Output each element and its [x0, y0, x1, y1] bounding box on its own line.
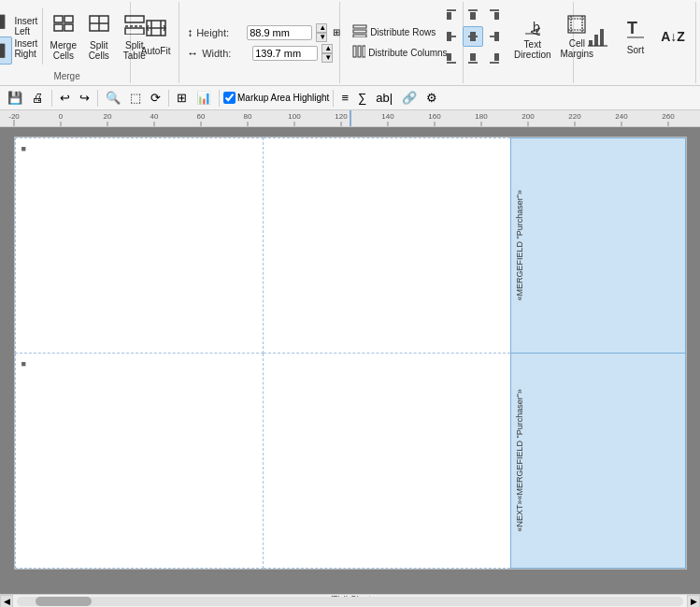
ruler: -20 0 20 40 60 80 100 120 140 160: [0, 110, 700, 127]
scrollbar-thumb[interactable]: [36, 597, 92, 606]
toolbar-extra-1[interactable]: ≡: [337, 89, 352, 107]
svg-rect-23: [470, 12, 476, 20]
cell-r2c1[interactable]: ■: [15, 354, 263, 569]
insert-left-label: Insert Left: [14, 16, 38, 36]
horizontal-scrollbar[interactable]: ◀ ▶: [0, 594, 700, 607]
align-bottom-left-button[interactable]: [441, 48, 462, 68]
distribute-rows-icon: [352, 24, 367, 40]
ruler-content: -20 0 20 40 60 80 100 120 140 160: [0, 110, 700, 126]
toolbar-refresh-button[interactable]: ⟳: [147, 89, 164, 107]
autofit-icon: [144, 16, 168, 44]
split-cells-button[interactable]: SplitCells: [82, 7, 116, 66]
toolbar-print-button[interactable]: 🖨: [28, 89, 48, 107]
text-label: Sort: [627, 45, 644, 55]
doc-scroll-inner: ■ «MERGEFIELD "Purchaser"» ■: [0, 127, 700, 579]
svg-rect-2: [54, 24, 63, 31]
cell-r1c3[interactable]: «MERGEFIELD "Purchaser"»: [511, 138, 685, 354]
split-cells-icon: [88, 12, 110, 38]
table-row: ■ «NEXT»«MERGEFIELD "Purchaser"»: [15, 354, 685, 569]
align-middle-center-button[interactable]: [463, 26, 483, 47]
toolbar-sep-4: [219, 90, 220, 107]
merge-group-label: Merge: [4, 71, 130, 81]
svg-text:120: 120: [335, 112, 348, 121]
toolbar-undo-button[interactable]: ↩: [56, 89, 74, 107]
align-bottom-center-button[interactable]: [463, 48, 483, 68]
row2-marker: ■: [20, 359, 28, 369]
svg-rect-17: [353, 46, 356, 57]
width-icon: ↔: [187, 47, 198, 60]
height-arrows: ▲ ▼: [316, 23, 327, 42]
svg-text:260: 260: [662, 112, 675, 121]
toolbar-extra-2[interactable]: ∑: [354, 89, 370, 107]
text-direction-button[interactable]: A b TextDirection: [510, 8, 554, 65]
width-label: Width:: [202, 48, 249, 59]
toolbar-table-button[interactable]: ⊞: [173, 89, 191, 107]
height-input[interactable]: [247, 25, 312, 40]
toolbar-save-button[interactable]: 💾: [4, 89, 26, 107]
height-expand-button[interactable]: ⊞: [331, 25, 342, 39]
align-bottom-right-button[interactable]: [484, 48, 505, 68]
sort-bars-button[interactable]: [581, 8, 615, 65]
distribute-rows-label: Distribute Rows: [370, 27, 436, 37]
svg-text:220: 220: [568, 112, 581, 121]
markup-area-input[interactable]: [223, 92, 236, 104]
svg-rect-0: [54, 16, 63, 22]
text-direction-icon: A b: [523, 13, 542, 37]
align-middle-right-button[interactable]: [484, 26, 505, 47]
main-area: ■ «MERGEFIELD "Purchaser"» ■: [0, 127, 700, 594]
row1-marker: ■: [20, 144, 28, 153]
cell-r2c3[interactable]: «NEXT»«MERGEFIELD "Purchaser"»: [511, 354, 685, 569]
text-button[interactable]: T Sort: [619, 8, 652, 65]
svg-rect-19: [363, 46, 365, 57]
az-sort-button[interactable]: A↓Z: [656, 8, 690, 65]
cell-r1c2[interactable]: [263, 138, 510, 354]
toolbar-redo-button[interactable]: ↪: [76, 89, 93, 107]
autofit-buttons-row: AutoFit: [137, 4, 175, 68]
merge-cells-button[interactable]: MergeCells: [47, 7, 80, 66]
ribbon-group-alignment: A b TextDirection: [465, 2, 574, 83]
align-top-right-button[interactable]: [484, 5, 505, 25]
cell-r1c3-text: «MERGEFIELD "Purchaser"»: [515, 190, 524, 300]
height-up-arrow[interactable]: ▲: [316, 23, 327, 33]
toolbar-sep-5: [333, 90, 334, 107]
toolbar-zoom-out-button[interactable]: 🔍: [102, 89, 124, 107]
distribute-cols-label: Distribute Columns: [368, 48, 447, 58]
az-sort-icon: A↓Z: [661, 29, 685, 44]
merge-cells-icon: [52, 12, 75, 38]
toolbar-sep-2: [97, 90, 98, 107]
toolbar-chart-button[interactable]: 📊: [193, 89, 215, 107]
svg-rect-3: [64, 24, 73, 31]
height-down-arrow[interactable]: ▼: [316, 33, 327, 42]
align-middle-left-button[interactable]: [441, 26, 462, 47]
svg-text:140: 140: [381, 112, 394, 121]
toolbar-extra-4[interactable]: 🔗: [398, 89, 421, 107]
toolbar-select-button[interactable]: ⬚: [126, 89, 145, 107]
toolbar-extra-5[interactable]: ⚙: [422, 89, 441, 107]
width-input[interactable]: [252, 46, 318, 61]
width-up-arrow[interactable]: ▲: [321, 44, 333, 53]
scrollbar-track[interactable]: [17, 597, 683, 606]
svg-text:80: 80: [244, 112, 252, 121]
toolbar-extra-3[interactable]: ab|: [372, 89, 396, 107]
align-top-left-button[interactable]: [441, 5, 462, 25]
insert-above-button[interactable]: ⬛: [0, 7, 12, 36]
autofit-label: AutoFit: [141, 46, 171, 56]
cell-r1c1[interactable]: ■: [15, 138, 263, 354]
ribbon-group-cell-size: ↕ Height: ▲ ▼ ⊞ ↔ Width: ▲ ▼ Cell Size: [181, 2, 340, 83]
ribbon-group-autofit: AutoFit: [133, 2, 179, 83]
ribbon: ⬛ ⬛ Insert Left Insert Right: [0, 0, 700, 86]
table-row: ■ «MERGEFIELD "Purchaser"»: [15, 138, 685, 354]
svg-text:b: b: [533, 20, 540, 35]
svg-text:180: 180: [475, 112, 488, 121]
autofit-button[interactable]: AutoFit: [137, 7, 175, 66]
align-top-center-button[interactable]: [463, 5, 483, 25]
insert-right-button[interactable]: ⬛: [0, 36, 12, 65]
svg-rect-21: [447, 12, 451, 20]
text-direction-label: TextDirection: [514, 39, 550, 60]
markup-area-checkbox[interactable]: Markup Area Highlight: [223, 92, 329, 104]
width-down-arrow[interactable]: ▼: [321, 53, 333, 63]
distribute-cols-icon: [352, 45, 365, 61]
svg-text:0: 0: [59, 112, 64, 121]
doc-scroll[interactable]: ■ «MERGEFIELD "Purchaser"» ■: [0, 127, 700, 594]
cell-r2c2[interactable]: [263, 354, 510, 569]
